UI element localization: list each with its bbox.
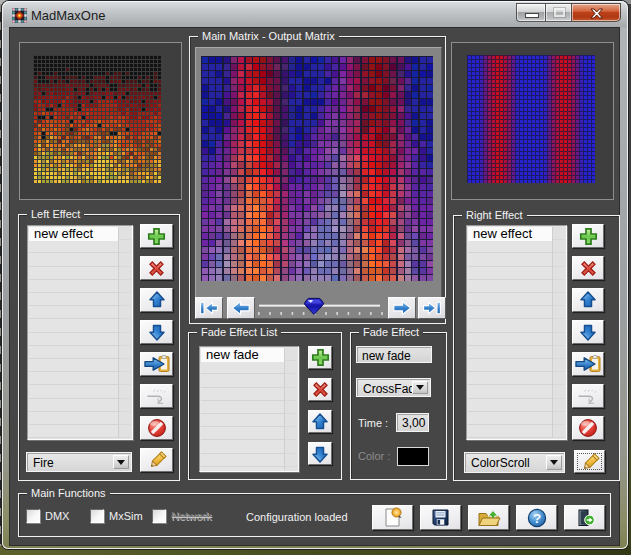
svg-text:?: ? xyxy=(532,510,540,525)
